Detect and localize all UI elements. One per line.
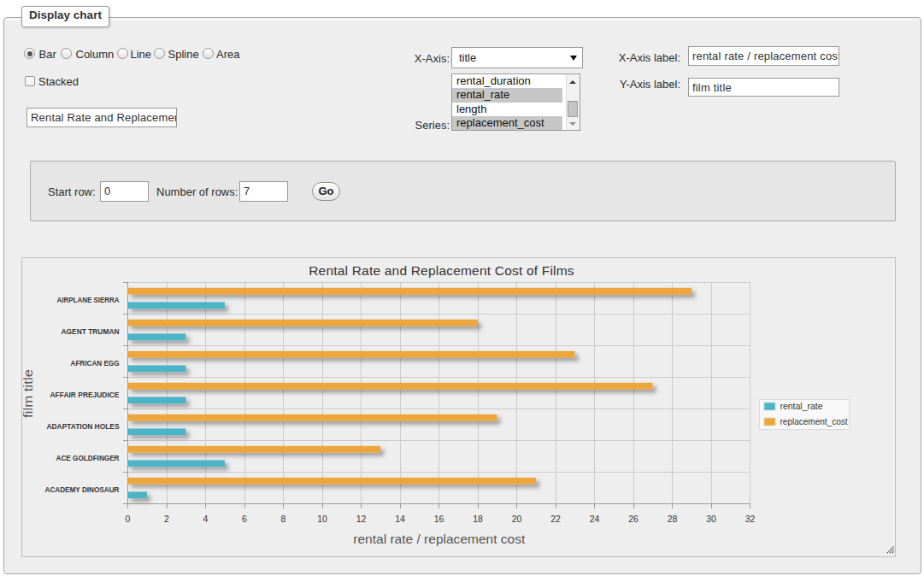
svg-text:12: 12: [356, 514, 367, 524]
svg-text:AFRICAN EGG: AFRICAN EGG: [71, 358, 120, 367]
svg-text:28: 28: [668, 514, 678, 524]
svg-text:0: 0: [126, 514, 131, 524]
svg-text:10: 10: [317, 514, 327, 524]
svg-text:ACADEMY DINOSAUR: ACADEMY DINOSAUR: [45, 485, 120, 494]
svg-text:ADAPTATION HOLES: ADAPTATION HOLES: [47, 421, 120, 431]
svg-text:6: 6: [242, 514, 247, 524]
svg-text:30: 30: [706, 514, 716, 524]
svg-text:14: 14: [395, 514, 405, 524]
svg-text:replacement_cost: replacement_cost: [780, 417, 848, 426]
svg-text:rental rate / replacement cost: rental rate / replacement cost: [353, 532, 525, 546]
svg-text:16: 16: [434, 514, 444, 524]
svg-text:24: 24: [590, 514, 600, 524]
svg-text:8: 8: [281, 514, 286, 524]
svg-text:20: 20: [512, 514, 522, 524]
svg-text:4: 4: [203, 514, 209, 524]
svg-text:32: 32: [745, 514, 756, 524]
svg-text:rental_rate: rental_rate: [780, 402, 823, 411]
svg-text:film title: film title: [21, 369, 35, 418]
svg-text:AIRPLANE SIERRA: AIRPLANE SIERRA: [57, 295, 120, 304]
svg-text:18: 18: [473, 514, 483, 524]
svg-text:AFFAIR PREJUDICE: AFFAIR PREJUDICE: [50, 390, 120, 399]
svg-text:ACE GOLDFINGER: ACE GOLDFINGER: [56, 453, 120, 462]
svg-text:AGENT TRUMAN: AGENT TRUMAN: [62, 326, 120, 336]
svg-text:26: 26: [628, 514, 639, 524]
svg-text:Rental Rate and Replacement Co: Rental Rate and Replacement Cost of Film…: [309, 263, 574, 278]
svg-text:22: 22: [550, 514, 561, 524]
svg-text:2: 2: [164, 514, 169, 524]
